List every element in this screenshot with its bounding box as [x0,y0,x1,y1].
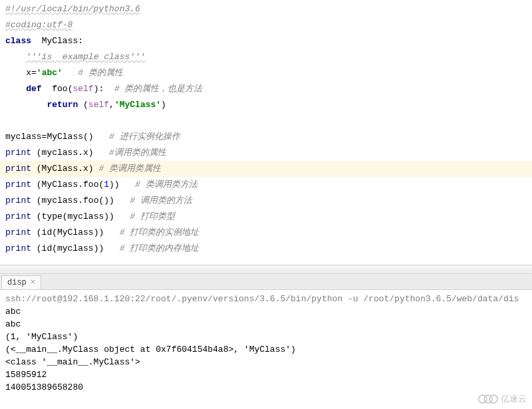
code-line[interactable]: print (id(MyClass)) # 打印类的实例地址 [0,225,532,241]
code-line[interactable]: print (type(myclass)) # 打印类型 [0,209,532,225]
code-line[interactable]: #coding:utf-8 [0,17,532,33]
run-tabbar: disp × [0,274,532,290]
docstring: '''is example class''' [26,52,145,62]
coding-comment: #coding:utf-8 [5,20,72,30]
builtin-print: print [5,148,31,158]
self-param: self [72,84,93,94]
builtin-print: print [5,164,31,174]
code-line[interactable]: #!/usr/local/bin/python3.6 [0,1,532,17]
console-line: (<__main__.MyClass object at 0x7f604154b… [5,343,527,356]
console-output[interactable]: ssh://root@192.168.1.120:22/root/.pyenv/… [0,290,532,396]
comment: # 调用类的方法 [130,196,192,205]
code-line[interactable]: print (MyClass.foo(1)) # 类调用类方法 [0,177,532,193]
shebang-comment: #!/usr/local/bin/python3.6 [5,4,140,14]
builtin-print: print [5,180,31,190]
console-line: 140051389658280 [5,381,527,394]
comment: # 打印类型 [130,211,175,221]
comment: #调用类的属性 [109,148,166,158]
comment: # 类调用类属性 [98,164,161,174]
keyword-def: def [26,84,41,94]
comment: # 打印类的内存地址 [120,243,200,253]
console-command-line: ssh://root@192.168.1.120:22/root/.pyenv/… [5,293,527,305]
comment: # 进行实例化操作 [109,132,180,142]
class-name: MyClass [42,36,78,46]
self-ref: self [88,100,109,110]
code-line[interactable]: '''is example class''' [0,49,532,65]
code-line-highlighted[interactable]: print (MyClass.x) # 类调用类属性 [0,161,532,177]
comment: # 类调用类方法 [135,180,198,190]
code-editor[interactable]: #!/usr/local/bin/python3.6 #coding:utf-8… [0,0,532,265]
code-line[interactable]: def foo(self): # 类的属性，也是方法 [0,81,532,97]
code-line[interactable]: print (myclass.x) #调用类的属性 [0,145,532,161]
console-line: 15895912 [5,368,527,381]
code-line[interactable]: return (self,'MyClass') [0,97,532,113]
keyword-return: return [47,100,78,110]
keyword-class: class [5,36,31,46]
watermark-text: 亿速云 [501,393,527,405]
watermark: 亿速云 [478,393,527,405]
comment: # 类的属性，也是方法 [114,84,203,94]
code-line[interactable]: x='abc' # 类的属性 [0,65,532,81]
code-line[interactable]: print (myclass.foo()) # 调用类的方法 [0,193,532,209]
comment: # 类的属性 [78,68,123,78]
cloud-icon [478,394,498,404]
method-name: foo [52,84,67,94]
comment: # 打印类的实例地址 [120,227,200,237]
console-line: abc [5,318,527,331]
code-line[interactable]: class MyClass: [0,33,532,49]
pane-separator[interactable] [0,265,532,274]
builtin-print: print [5,243,31,253]
run-tab-label: disp [7,278,27,287]
console-line: (1, 'MyClass') [5,331,527,343]
string-literal: 'abc' [37,68,63,78]
code-line[interactable]: print (id(myclass)) # 打印类的内存地址 [0,241,532,257]
number-literal: 1 [104,180,109,190]
console-line: abc [5,305,527,318]
code-line[interactable]: myclass=MyClass() # 进行实例化操作 [0,129,532,145]
string-literal: 'MyClass' [114,100,161,110]
builtin-print: print [5,227,31,237]
close-icon[interactable]: × [31,278,35,287]
run-tab[interactable]: disp × [1,275,41,289]
builtin-print: print [5,211,31,221]
builtin-print: print [5,196,31,205]
blank-line[interactable] [0,113,532,129]
console-line: <class '__main__.MyClass'> [5,356,527,368]
